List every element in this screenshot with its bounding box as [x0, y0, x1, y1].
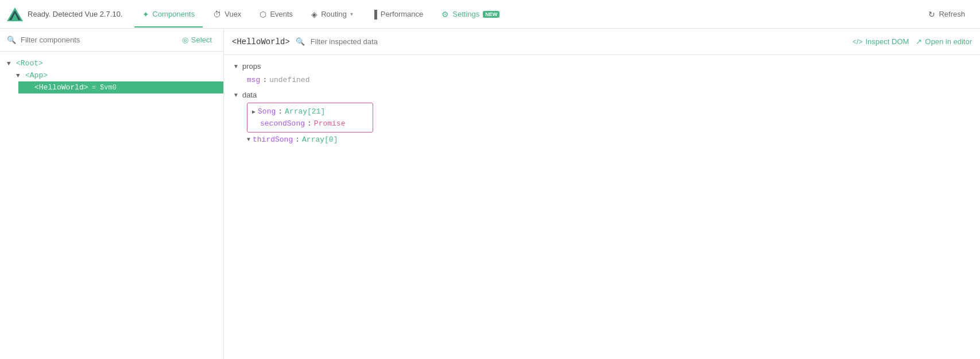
second-song-value: Promise [314, 119, 346, 128]
tree-row-app[interactable]: ▼ <App> [9, 69, 223, 81]
ready-text: Ready. Detected Vue 2.7.10. [28, 10, 123, 18]
topbar: Ready. Detected Vue 2.7.10. ✦ Components… [0, 0, 980, 29]
inspect-dom-button[interactable]: </> Inspect DOM [853, 37, 909, 46]
data-section-header[interactable]: ▼ data [233, 91, 971, 99]
filter-bar: 🔍 ◎ Select [0, 29, 223, 52]
nav-events[interactable]: ⬡ Events [251, 6, 301, 22]
tree-row-root[interactable]: ▼ <Root> [0, 57, 223, 69]
data-section: ▼ data ▶ Song : Array[21] [233, 91, 971, 146]
second-song-spacer [252, 119, 260, 128]
second-song-key: secondSong [260, 119, 305, 128]
performance-icon: ▐ [371, 10, 377, 19]
song-value: Array[21] [285, 107, 325, 116]
right-actions: </> Inspect DOM ↗ Open in editor [853, 37, 972, 46]
data-toggle-icon: ▼ [233, 92, 239, 98]
second-song-colon: : [307, 119, 312, 128]
nav-settings-label: Settings [452, 10, 479, 18]
song-colon: : [278, 107, 282, 116]
app-tag: <App> [25, 71, 48, 80]
left-panel: 🔍 ◎ Select ▼ <Root> ▼ <App> <HelloWorld>… [0, 29, 224, 359]
routing-icon: ◈ [311, 10, 317, 19]
nav-components-label: Components [153, 10, 195, 18]
search-icon: 🔍 [7, 36, 16, 44]
main-layout: 🔍 ◎ Select ▼ <Root> ▼ <App> <HelloWorld>… [0, 29, 980, 359]
tree-row-helloworld[interactable]: <HelloWorld> = $vm0 [18, 81, 223, 93]
settings-badge: NEW [483, 11, 499, 18]
prop-msg-value: undefined [269, 76, 309, 84]
prop-msg-row: msg : undefined [233, 74, 971, 86]
component-tree: ▼ <Root> ▼ <App> <HelloWorld> = $vm0 [0, 52, 223, 359]
open-in-editor-button[interactable]: ↗ Open in editor [916, 37, 972, 46]
select-icon: ◎ [182, 36, 188, 44]
toggle-app-icon: ▼ [16, 72, 24, 79]
data-section-title: data [242, 91, 257, 99]
nav-refresh-label: Refresh [939, 10, 965, 18]
nav-settings[interactable]: ⚙ Settings NEW [433, 6, 508, 22]
right-panel: <HelloWorld> 🔍 </> Inspect DOM ↗ Open in… [224, 29, 980, 359]
code-icon: </> [853, 38, 862, 46]
helloworld-tag: <HelloWorld> [34, 83, 88, 92]
highlighted-entries: ▶ Song : Array[21] secondSong : Promise [233, 103, 971, 132]
third-song-key: thirdSong [253, 135, 293, 144]
refresh-icon: ↻ [928, 10, 935, 19]
song-expand-icon: ▶ [252, 108, 255, 115]
components-icon: ✦ [142, 10, 149, 19]
logo-area: Ready. Detected Vue 2.7.10. [7, 7, 123, 21]
data-inspector: ▼ props msg : undefined ▼ data ▶ [224, 55, 980, 359]
third-song-expand-icon: ▼ [247, 136, 250, 143]
prop-msg-colon: : [262, 76, 267, 84]
third-song-row[interactable]: ▼ thirdSong : Array[0] [233, 134, 971, 146]
vue-logo-icon [7, 7, 23, 21]
component-filter-input[interactable] [21, 36, 173, 44]
settings-icon: ⚙ [441, 10, 449, 19]
chevron-down-icon: ▾ [350, 11, 353, 17]
nav-refresh[interactable]: ↻ Refresh [920, 6, 973, 22]
toggle-root-icon: ▼ [7, 60, 15, 67]
highlight-box: ▶ Song : Array[21] secondSong : Promise [247, 103, 373, 132]
open-editor-label: Open in editor [925, 37, 972, 46]
props-section-header[interactable]: ▼ props [233, 62, 971, 71]
external-link-icon: ↗ [916, 37, 922, 46]
nav-performance-label: Performance [381, 10, 423, 18]
selected-component-title: <HelloWorld> [232, 37, 290, 46]
nav-performance[interactable]: ▐ Performance [363, 6, 431, 22]
root-tag: <Root> [16, 59, 43, 68]
nav-routing-label: Routing [321, 10, 347, 18]
third-song-value: Array[0] [302, 135, 338, 144]
vuex-icon: ⏱ [213, 10, 221, 19]
props-section-title: props [242, 62, 261, 71]
prop-msg-key: msg [247, 76, 260, 84]
select-label: Select [191, 36, 212, 44]
filter-search-icon: 🔍 [296, 37, 305, 46]
props-toggle-icon: ▼ [233, 63, 239, 69]
nav-vuex-label: Vuex [224, 10, 241, 18]
select-button[interactable]: ◎ Select [177, 33, 216, 46]
third-song-colon: : [295, 135, 300, 144]
vm-label: = $vm0 [92, 84, 117, 92]
second-song-row[interactable]: secondSong : Promise [252, 118, 368, 130]
song-key: Song [258, 107, 276, 116]
right-header: <HelloWorld> 🔍 </> Inspect DOM ↗ Open in… [224, 29, 980, 55]
toggle-helloworld-icon [25, 84, 33, 91]
nav-routing[interactable]: ◈ Routing ▾ [303, 6, 361, 22]
nav-events-label: Events [270, 10, 293, 18]
inspect-dom-label: Inspect DOM [865, 37, 909, 46]
nav-vuex[interactable]: ⏱ Vuex [205, 6, 249, 22]
data-filter-input[interactable] [311, 37, 483, 46]
events-icon: ⬡ [259, 10, 266, 19]
nav-components[interactable]: ✦ Components [134, 6, 203, 22]
song-row[interactable]: ▶ Song : Array[21] [252, 106, 368, 118]
